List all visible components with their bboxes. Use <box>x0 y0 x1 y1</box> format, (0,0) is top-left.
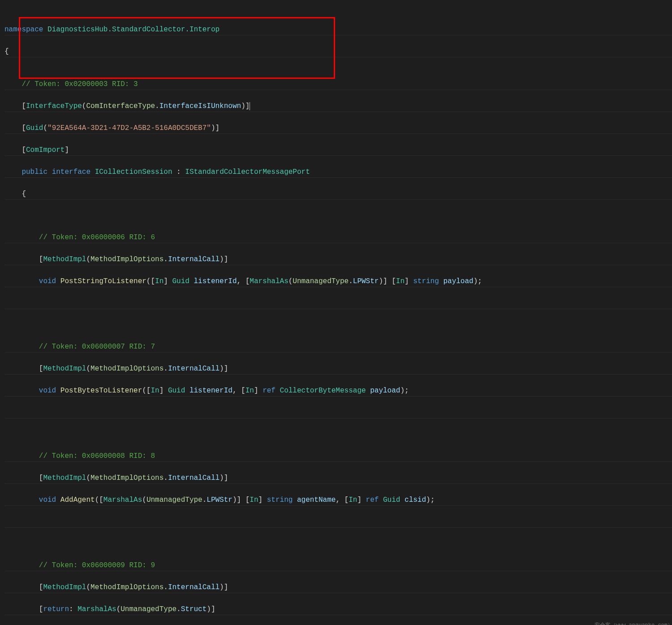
enum-member: InternalCall <box>168 255 220 263</box>
keyword: void <box>39 277 56 285</box>
parameter: agentName <box>297 496 336 504</box>
enum-member: LPWStr <box>353 277 379 285</box>
enum-member: InternalCall <box>168 583 220 591</box>
keyword: return <box>43 605 69 613</box>
code-line: [MethodImpl(MethodImplOptions.InternalCa… <box>4 473 672 484</box>
method-name: PostStringToListener <box>60 277 146 285</box>
code-line: [return: MarshalAs(UnmanagedType.Struct)… <box>4 604 672 615</box>
code-line: // Token: 0x06000006 RID: 6 <box>4 232 672 243</box>
enum-type: MethodImplOptions <box>90 474 164 482</box>
text-cursor <box>250 102 250 110</box>
code-line: void AddAgent([MarshalAs(UnmanagedType.L… <box>4 495 672 506</box>
comment: // Token: 0x06000007 RID: 7 <box>39 343 155 351</box>
enum-member: InternalCall <box>168 474 220 482</box>
base-interface: IStandardCollectorMessagePort <box>185 168 310 176</box>
enum-type: UnmanagedType <box>293 277 349 285</box>
enum-type: MethodImplOptions <box>90 255 164 263</box>
code-line: void PostBytesToListener([In] Guid liste… <box>4 385 672 397</box>
blank-line <box>4 407 672 418</box>
enum-member: InterfaceIsIUnknown <box>159 102 241 110</box>
method-name: AddAgent <box>60 496 95 504</box>
code-line: namespace DiagnosticsHub.StandardCollect… <box>4 24 672 35</box>
keyword: ref <box>263 387 276 395</box>
enum-member: LPWStr <box>207 496 233 504</box>
attribute: ComImport <box>26 146 65 154</box>
attribute: MarshalAs <box>103 496 142 504</box>
attribute: In <box>155 277 164 285</box>
code-line: // Token: 0x02000003 RID: 3 <box>4 79 672 90</box>
parameter: clsid <box>405 496 426 504</box>
type: CollectorByteMessage <box>280 387 366 395</box>
enum-type: UnmanagedType <box>146 496 202 504</box>
blank-line <box>4 517 672 528</box>
code-line: public interface ICollectionSession : IS… <box>4 167 672 178</box>
enum-type: MethodImplOptions <box>90 365 164 373</box>
type: Guid <box>172 277 189 285</box>
comment: // Token: 0x06000008 RID: 8 <box>39 452 155 460</box>
attribute: MethodImpl <box>43 365 86 373</box>
code-line: [MethodImpl(MethodImplOptions.InternalCa… <box>4 582 672 593</box>
code-line: void PostStringToListener([In] Guid list… <box>4 276 672 287</box>
method-name: PostBytesToListener <box>60 387 142 395</box>
attribute: MarshalAs <box>78 605 116 613</box>
code-line: // Token: 0x06000007 RID: 7 <box>4 341 672 353</box>
attribute: MethodImpl <box>43 583 86 591</box>
attribute: InterfaceType <box>26 102 82 110</box>
keyword: public <box>22 168 47 176</box>
parameter: payload <box>443 277 473 285</box>
attribute: In <box>151 387 159 395</box>
attribute: In <box>250 496 258 504</box>
attribute: MethodImpl <box>43 474 86 482</box>
code-line: [MethodImpl(MethodImplOptions.InternalCa… <box>4 254 672 265</box>
keyword: namespace <box>4 26 43 34</box>
attribute: In <box>349 496 357 504</box>
type: Guid <box>168 387 185 395</box>
watermark: 安全客（www.anquanke.com） <box>594 621 672 625</box>
attribute: In <box>396 277 405 285</box>
comment: // Token: 0x06000009 RID: 9 <box>39 561 155 569</box>
code-editor[interactable]: namespace DiagnosticsHub.StandardCollect… <box>0 0 672 625</box>
parameter: listenerId <box>190 387 233 395</box>
keyword: string <box>267 496 293 504</box>
code-line: [Guid("92EA564A-3D21-47D2-A5B2-516A0DC5D… <box>4 123 672 134</box>
enum-type: UnmanagedType <box>121 605 177 613</box>
type: Guid <box>383 496 400 504</box>
code-line: [ComImport] <box>4 145 672 156</box>
keyword: string <box>413 277 439 285</box>
attribute: Guid <box>26 124 43 132</box>
enum-type: ComInterfaceType <box>86 102 155 110</box>
attribute: MethodImpl <box>43 255 86 263</box>
code-line: { <box>4 189 672 200</box>
namespace-name: DiagnosticsHub.StandardCollector.Interop <box>47 26 220 34</box>
blank-line <box>4 298 672 309</box>
comment: // Token: 0x06000006 RID: 6 <box>39 233 155 241</box>
enum-member: InternalCall <box>168 365 220 373</box>
keyword: void <box>39 387 56 395</box>
code-line: [MethodImpl(MethodImplOptions.InternalCa… <box>4 363 672 375</box>
comment: // Token: 0x02000003 RID: 3 <box>22 80 138 88</box>
parameter: payload <box>370 387 400 395</box>
parameter: listenerId <box>194 277 237 285</box>
enum-member: Struct <box>181 605 207 613</box>
keyword: void <box>39 496 56 504</box>
attribute: In <box>246 387 254 395</box>
interface-name: ICollectionSession <box>95 168 172 176</box>
attribute: MarshalAs <box>250 277 288 285</box>
enum-type: MethodImplOptions <box>90 583 164 591</box>
code-line: // Token: 0x06000008 RID: 8 <box>4 451 672 462</box>
keyword: interface <box>52 168 90 176</box>
code-line: [InterfaceType(ComInterfaceType.Interfac… <box>4 101 672 112</box>
code-line: { <box>4 46 672 57</box>
keyword: ref <box>366 496 379 504</box>
string-literal: "92EA564A-3D21-47D2-A5B2-516A0DC5DEB7" <box>47 124 211 132</box>
code-line: // Token: 0x06000009 RID: 9 <box>4 560 672 571</box>
